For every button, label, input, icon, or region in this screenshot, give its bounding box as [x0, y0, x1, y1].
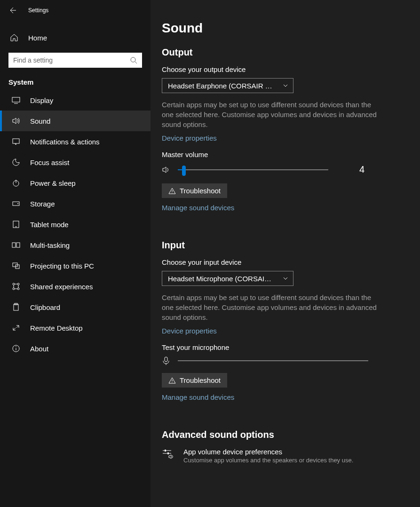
output-choose-label: Choose your output device [162, 65, 409, 73]
nav-sound[interactable]: Sound [0, 111, 151, 131]
nav-label: Sound [30, 117, 50, 125]
output-help-text: Certain apps may be set up to use differ… [162, 100, 378, 129]
master-volume-slider[interactable] [178, 169, 328, 170]
nav-storage[interactable]: Storage [0, 193, 151, 214]
display-icon [11, 95, 21, 105]
nav-about[interactable]: About [0, 338, 151, 359]
nav-shared-experiences[interactable]: Shared experiences [0, 276, 151, 297]
input-device-properties-link[interactable]: Device properties [162, 327, 217, 335]
page-title: Sound [162, 21, 409, 36]
input-heading: Input [162, 240, 409, 251]
troubleshoot-label: Troubleshoot [180, 187, 221, 195]
svg-rect-2 [12, 97, 20, 102]
section-label: System [0, 68, 151, 90]
nav-label: Tablet mode [30, 221, 69, 229]
remote-desktop-icon [11, 323, 21, 333]
nav-label: Remote Desktop [30, 324, 83, 332]
app-title: Settings [28, 7, 48, 14]
tablet-icon [11, 220, 21, 229]
troubleshoot-label: Troubleshoot [180, 376, 221, 384]
focus-assist-icon [11, 158, 21, 167]
nav-label: Clipboard [30, 303, 60, 311]
nav-projecting[interactable]: Projecting to this PC [0, 255, 151, 276]
nav-remote-desktop[interactable]: Remote Desktop [0, 317, 151, 338]
chevron-down-icon [283, 276, 288, 281]
shared-icon [11, 282, 21, 291]
nav-label: Display [30, 96, 53, 104]
svg-point-25 [172, 192, 172, 193]
nav-label: About [30, 345, 48, 353]
warning-icon [168, 187, 176, 195]
home-icon [9, 33, 19, 42]
nav-label: Focus assist [30, 158, 69, 166]
svg-point-17 [13, 288, 15, 290]
input-device-value: Headset Microphone (CORSAIR V... [168, 275, 276, 283]
sound-icon [11, 116, 21, 126]
nav-clipboard[interactable]: Clipboard [0, 297, 151, 317]
back-button[interactable] [8, 6, 17, 15]
svg-point-18 [17, 288, 19, 290]
svg-point-16 [17, 283, 19, 285]
nav-label: Multi-tasking [30, 241, 70, 249]
nav-label: Power & sleep [30, 179, 76, 187]
output-device-value: Headset Earphone (CORSAIR VOI... [168, 82, 276, 90]
notifications-icon [11, 137, 21, 146]
nav-tablet-mode[interactable]: Tablet mode [0, 214, 151, 235]
test-mic-label: Test your microphone [162, 343, 409, 351]
app-volume-title: App volume device preferences [183, 448, 353, 456]
svg-point-28 [172, 382, 172, 382]
slider-thumb[interactable] [182, 166, 186, 176]
power-icon [11, 178, 21, 188]
nav-notifications[interactable]: Notifications & actions [0, 131, 151, 152]
storage-icon [11, 199, 21, 208]
nav-focus-assist[interactable]: Focus assist [0, 152, 151, 173]
input-help-text: Certain apps may be set up to use differ… [162, 293, 378, 322]
svg-rect-30 [165, 450, 166, 452]
svg-rect-11 [12, 243, 16, 247]
input-manage-devices-link[interactable]: Manage sound devices [162, 393, 234, 401]
nav-label: Shared experiences [30, 283, 93, 291]
about-icon [11, 344, 21, 353]
output-device-dropdown[interactable]: Headset Earphone (CORSAIR VOI... [162, 78, 293, 93]
app-volume-preferences[interactable]: App volume device preferences Customise … [162, 448, 409, 464]
svg-rect-4 [13, 139, 19, 143]
mic-level-bar [178, 360, 368, 361]
output-troubleshoot-button[interactable]: Troubleshoot [162, 183, 227, 198]
app-volume-subtitle: Customise app volumes and the speakers o… [183, 457, 353, 464]
clipboard-icon [11, 302, 21, 312]
nav-multitasking[interactable]: Multi-tasking [0, 235, 151, 255]
home-label: Home [28, 34, 47, 42]
nav-label: Projecting to this PC [30, 262, 94, 270]
nav-label: Notifications & actions [30, 138, 100, 146]
nav-display[interactable]: Display [0, 90, 151, 111]
svg-rect-12 [16, 243, 20, 247]
svg-rect-32 [167, 452, 169, 454]
nav-label: Storage [30, 200, 55, 208]
warning-icon [168, 377, 176, 384]
chevron-down-icon [283, 83, 288, 88]
projecting-icon [11, 261, 21, 270]
search-input[interactable] [8, 53, 142, 68]
svg-point-15 [13, 283, 15, 285]
svg-rect-26 [165, 357, 167, 362]
output-manage-devices-link[interactable]: Manage sound devices [162, 204, 234, 212]
nav-power-sleep[interactable]: Power & sleep [0, 173, 151, 193]
input-troubleshoot-button[interactable]: Troubleshoot [162, 373, 227, 388]
volume-icon[interactable] [162, 166, 170, 174]
home-nav[interactable]: Home [0, 27, 151, 48]
microphone-icon [162, 356, 170, 365]
master-volume-label: Master volume [162, 151, 409, 158]
master-volume-value: 4 [359, 164, 365, 175]
output-device-properties-link[interactable]: Device properties [162, 134, 217, 142]
advanced-heading: Advanced sound options [162, 429, 409, 440]
svg-point-8 [17, 203, 18, 204]
svg-point-23 [16, 346, 16, 347]
svg-rect-19 [14, 304, 18, 310]
output-heading: Output [162, 47, 409, 58]
input-choose-label: Choose your input device [162, 258, 409, 266]
multitasking-icon [11, 240, 21, 250]
back-arrow-icon [8, 7, 16, 14]
app-volume-icon [162, 448, 174, 464]
input-device-dropdown[interactable]: Headset Microphone (CORSAIR V... [162, 271, 293, 286]
